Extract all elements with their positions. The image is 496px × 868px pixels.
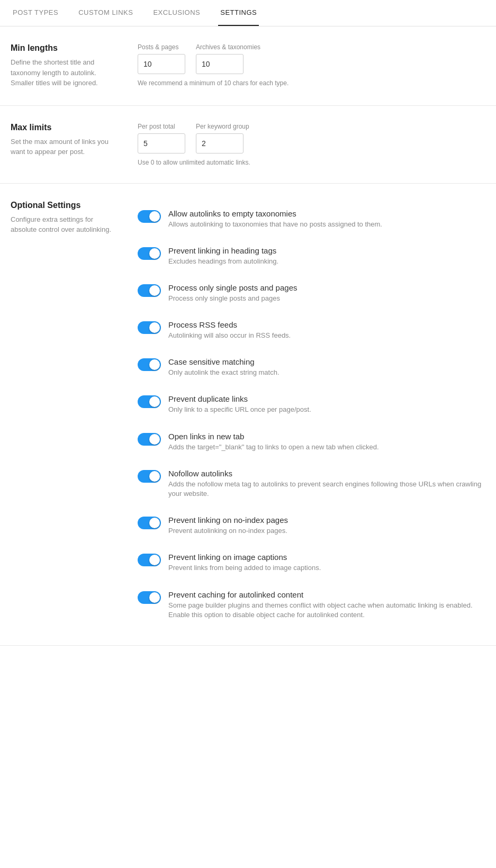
posts-pages-input[interactable] — [138, 54, 185, 74]
toggle-list: Allow autolinks to empty taxonomies Allo… — [138, 201, 485, 628]
max-limits-title: Max limits — [11, 123, 116, 132]
archives-taxonomies-group: Archives & taxonomies — [196, 43, 260, 74]
toggle-item-case-sensitive-matching: Case sensitive matching Only autolink th… — [138, 349, 485, 386]
toggle-desc-prevent-duplicate-links: Only link to a specific URL once per pag… — [168, 405, 485, 414]
toggle-item-prevent-linking-no-index: Prevent linking on no-index pages Preven… — [138, 507, 485, 544]
toggle-switch-prevent-linking-no-index[interactable] — [138, 517, 161, 529]
toggle-switch-prevent-linking-heading-tags[interactable] — [138, 247, 161, 260]
toggle-desc-case-sensitive-matching: Only autolink the exact string match. — [168, 368, 485, 377]
toggle-content-allow-autolinks-empty-taxonomies: Allow autolinks to empty taxonomies Allo… — [168, 209, 485, 229]
toggle-title-nofollow-autolinks: Nofollow autolinks — [168, 469, 485, 478]
toggle-content-prevent-linking-heading-tags: Prevent linking in heading tags Excludes… — [168, 246, 485, 266]
optional-settings-section: Optional Settings Configure extra settin… — [0, 184, 496, 646]
toggle-content-prevent-caching-autolinked: Prevent caching for autolinked content S… — [168, 590, 485, 620]
toggle-content-open-links-new-tab: Open links in new tab Adds the target="_… — [168, 432, 485, 452]
per-post-input[interactable] — [138, 133, 185, 153]
max-limits-desc: Set the max amount of links you want to … — [11, 137, 116, 157]
toggle-desc-prevent-linking-no-index: Prevent autolinking on no-index pages. — [168, 526, 485, 536]
archives-taxonomies-label: Archives & taxonomies — [196, 43, 260, 51]
toggle-title-case-sensitive-matching: Case sensitive matching — [168, 357, 485, 366]
toggle-desc-open-links-new-tab: Adds the target="_blank" tag to links to… — [168, 442, 485, 452]
min-lengths-right: Posts & pages Archives & taxonomies We r… — [138, 43, 485, 88]
per-keyword-group: Per keyword group — [196, 123, 249, 153]
min-lengths-hint: We recommend a minimum of 10 chars for e… — [138, 79, 485, 87]
toggle-title-process-single-posts: Process only single posts and pages — [168, 283, 485, 292]
min-lengths-title: Min lengths — [11, 43, 116, 53]
min-lengths-inputs: Posts & pages Archives & taxonomies — [138, 43, 485, 74]
toggle-title-prevent-duplicate-links: Prevent duplicate links — [168, 394, 485, 403]
toggle-desc-process-single-posts: Process only single posts and pages — [168, 294, 485, 303]
toggle-title-allow-autolinks-empty-taxonomies: Allow autolinks to empty taxonomies — [168, 209, 485, 218]
toggle-desc-prevent-linking-heading-tags: Excludes headings from autolinking. — [168, 257, 485, 266]
toggle-title-open-links-new-tab: Open links in new tab — [168, 432, 485, 441]
toggle-item-nofollow-autolinks: Nofollow autolinks Adds the nofollow met… — [138, 460, 485, 507]
max-limits-hint: Use 0 to allow unlimited automatic links… — [138, 159, 485, 166]
toggle-title-prevent-linking-no-index: Prevent linking on no-index pages — [168, 516, 485, 525]
toggle-item-prevent-linking-image-captions: Prevent linking on image captions Preven… — [138, 544, 485, 581]
toggle-item-process-rss-feeds: Process RSS feeds Autolinking will also … — [138, 312, 485, 349]
toggle-item-prevent-caching-autolinked: Prevent caching for autolinked content S… — [138, 582, 485, 628]
nav-tabs: POST TYPESCUSTOM LINKSEXCLUSIONSSETTINGS — [0, 0, 496, 26]
max-limits-left: Max limits Set the max amount of links y… — [11, 123, 116, 166]
optional-settings-right: Allow autolinks to empty taxonomies Allo… — [138, 201, 485, 628]
toggle-switch-case-sensitive-matching[interactable] — [138, 358, 161, 371]
toggle-content-process-single-posts: Process only single posts and pages Proc… — [168, 283, 485, 303]
toggle-title-prevent-linking-image-captions: Prevent linking on image captions — [168, 553, 485, 562]
toggle-switch-nofollow-autolinks[interactable] — [138, 470, 161, 483]
toggle-desc-nofollow-autolinks: Adds the nofollow meta tag to autolinks … — [168, 480, 485, 499]
nav-tab-exclusions[interactable]: EXCLUSIONS — [151, 0, 202, 26]
toggle-desc-prevent-linking-image-captions: Prevent links from being added to image … — [168, 563, 485, 573]
toggle-item-prevent-duplicate-links: Prevent duplicate links Only link to a s… — [138, 386, 485, 423]
toggle-title-process-rss-feeds: Process RSS feeds — [168, 320, 485, 329]
toggle-desc-prevent-caching-autolinked: Some page builder plugins and themes con… — [168, 601, 485, 620]
max-limits-inputs: Per post total Per keyword group — [138, 123, 485, 153]
toggle-item-open-links-new-tab: Open links in new tab Adds the target="_… — [138, 423, 485, 460]
per-post-label: Per post total — [138, 123, 185, 130]
max-limits-right: Per post total Per keyword group Use 0 t… — [138, 123, 485, 166]
toggle-switch-open-links-new-tab[interactable] — [138, 433, 161, 446]
toggle-item-allow-autolinks-empty-taxonomies: Allow autolinks to empty taxonomies Allo… — [138, 201, 485, 238]
toggle-desc-allow-autolinks-empty-taxonomies: Allows autolinking to taxonomies that ha… — [168, 220, 485, 229]
min-lengths-left: Min lengths Define the shortest title an… — [11, 43, 116, 88]
toggle-switch-allow-autolinks-empty-taxonomies[interactable] — [138, 210, 161, 223]
toggle-content-prevent-linking-image-captions: Prevent linking on image captions Preven… — [168, 553, 485, 573]
toggle-item-process-single-posts: Process only single posts and pages Proc… — [138, 275, 485, 312]
toggle-content-prevent-duplicate-links: Prevent duplicate links Only link to a s… — [168, 394, 485, 414]
toggle-content-case-sensitive-matching: Case sensitive matching Only autolink th… — [168, 357, 485, 377]
archives-taxonomies-input[interactable] — [196, 54, 244, 74]
min-lengths-section: Min lengths Define the shortest title an… — [0, 26, 496, 106]
per-post-group: Per post total — [138, 123, 185, 153]
toggle-switch-prevent-duplicate-links[interactable] — [138, 395, 161, 408]
per-keyword-label: Per keyword group — [196, 123, 249, 130]
nav-tab-custom-links[interactable]: CUSTOM LINKS — [76, 0, 135, 26]
max-limits-section: Max limits Set the max amount of links y… — [0, 106, 496, 184]
posts-pages-group: Posts & pages — [138, 43, 185, 74]
toggle-title-prevent-caching-autolinked: Prevent caching for autolinked content — [168, 590, 485, 599]
toggle-content-nofollow-autolinks: Nofollow autolinks Adds the nofollow met… — [168, 469, 485, 499]
toggle-switch-process-rss-feeds[interactable] — [138, 321, 161, 334]
nav-tab-settings[interactable]: SETTINGS — [218, 0, 259, 26]
optional-settings-desc: Configure extra settings for absolute co… — [11, 214, 116, 235]
per-keyword-input[interactable] — [196, 133, 244, 153]
nav-tab-post-types[interactable]: POST TYPES — [11, 0, 60, 26]
optional-settings-title: Optional Settings — [11, 201, 116, 210]
toggle-content-prevent-linking-no-index: Prevent linking on no-index pages Preven… — [168, 516, 485, 536]
toggle-switch-process-single-posts[interactable] — [138, 284, 161, 297]
posts-pages-label: Posts & pages — [138, 43, 185, 51]
optional-settings-left: Optional Settings Configure extra settin… — [11, 201, 116, 628]
toggle-desc-process-rss-feeds: Autolinking will also occur in RSS feeds… — [168, 331, 485, 340]
toggle-title-prevent-linking-heading-tags: Prevent linking in heading tags — [168, 246, 485, 255]
toggle-switch-prevent-linking-image-captions[interactable] — [138, 554, 161, 566]
toggle-switch-prevent-caching-autolinked[interactable] — [138, 591, 161, 604]
toggle-item-prevent-linking-heading-tags: Prevent linking in heading tags Excludes… — [138, 238, 485, 275]
min-lengths-desc: Define the shortest title and taxonomy l… — [11, 57, 116, 88]
toggle-content-process-rss-feeds: Process RSS feeds Autolinking will also … — [168, 320, 485, 340]
